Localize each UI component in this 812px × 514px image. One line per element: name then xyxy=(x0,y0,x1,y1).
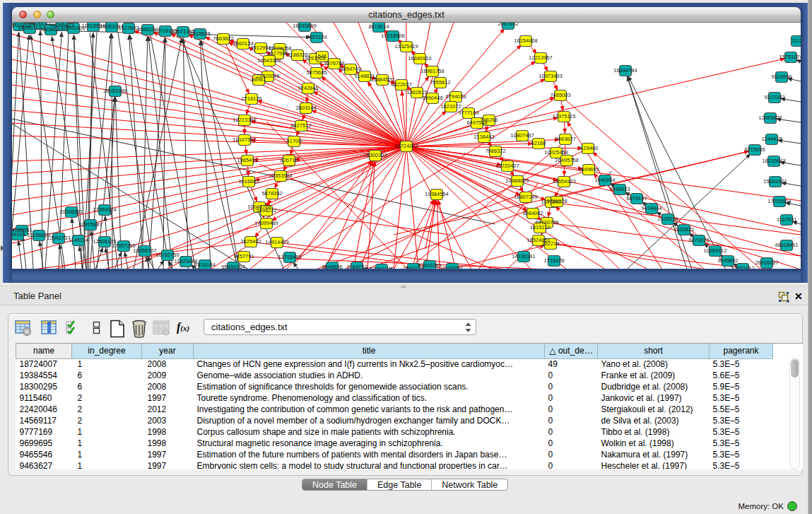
svg-text:2935114: 2935114 xyxy=(658,216,678,222)
svg-text:53767242: 53767242 xyxy=(370,266,393,269)
svg-text:826710: 826710 xyxy=(280,157,298,163)
svg-text:10543362: 10543362 xyxy=(257,57,281,64)
svg-text:8427512: 8427512 xyxy=(290,122,311,129)
svg-text:8990448: 8990448 xyxy=(422,95,442,101)
svg-text:17359924: 17359924 xyxy=(93,206,116,213)
svg-text:18724007: 18724007 xyxy=(394,143,418,149)
svg-text:9245652: 9245652 xyxy=(717,257,738,264)
svg-text:14099489: 14099489 xyxy=(254,220,278,226)
svg-text:2803144: 2803144 xyxy=(295,105,316,111)
svg-text:39193: 39193 xyxy=(12,231,25,238)
svg-text:1244415: 1244415 xyxy=(761,136,782,142)
svg-text:12093872: 12093872 xyxy=(758,115,782,121)
svg-text:17957255: 17957255 xyxy=(112,243,135,249)
svg-text:16640910: 16640910 xyxy=(408,55,431,62)
svg-text:7663822: 7663822 xyxy=(213,35,233,42)
svg-text:1815112: 1815112 xyxy=(530,224,551,230)
svg-text:5878352: 5878352 xyxy=(261,190,282,197)
svg-text:10807487: 10807487 xyxy=(510,132,534,139)
svg-text:9457791: 9457791 xyxy=(233,253,254,259)
svg-text:14136141: 14136141 xyxy=(512,253,535,259)
svg-text:16033809: 16033809 xyxy=(293,23,316,29)
svg-text:7816184: 7816184 xyxy=(194,262,215,268)
svg-text:12942737: 12942737 xyxy=(47,235,70,241)
svg-text:8454749: 8454749 xyxy=(340,66,360,72)
svg-text:9777169: 9777169 xyxy=(458,110,478,116)
svg-text:1916682: 1916682 xyxy=(238,178,259,185)
svg-text:7632621: 7632621 xyxy=(673,226,694,233)
svg-text:41700: 41700 xyxy=(287,138,302,144)
svg-text:2718126: 2718126 xyxy=(241,95,261,102)
svg-text:13325419: 13325419 xyxy=(394,43,418,49)
svg-text:7648350: 7648350 xyxy=(442,265,462,269)
svg-text:10958107: 10958107 xyxy=(133,247,156,254)
svg-text:746266: 746266 xyxy=(480,117,498,123)
svg-text:10025458: 10025458 xyxy=(544,149,567,156)
svg-text:7857224: 7857224 xyxy=(306,34,326,40)
svg-text:1167531: 1167531 xyxy=(777,216,797,223)
svg-text:20206551: 20206551 xyxy=(59,209,83,215)
svg-text:1112: 1112 xyxy=(792,37,801,44)
svg-text:1145114: 1145114 xyxy=(69,237,88,243)
svg-text:10688609: 10688609 xyxy=(505,177,529,184)
svg-text:95931034: 95931034 xyxy=(221,264,245,269)
svg-text:16154808: 16154808 xyxy=(514,37,537,44)
svg-text:16782759: 16782759 xyxy=(155,252,179,258)
svg-text:7485003: 7485003 xyxy=(550,92,570,98)
svg-text:9242848: 9242848 xyxy=(298,85,318,91)
svg-text:6794028: 6794028 xyxy=(445,93,466,100)
svg-text:2136443: 2136443 xyxy=(473,134,494,140)
svg-text:8322037: 8322037 xyxy=(391,81,411,88)
svg-text:9115460: 9115460 xyxy=(578,145,599,151)
svg-text:32871012: 32871012 xyxy=(731,265,754,269)
svg-text:19218506: 19218506 xyxy=(381,33,404,39)
svg-text:13716485: 13716485 xyxy=(278,254,301,260)
svg-text:12213967: 12213967 xyxy=(529,54,552,61)
svg-text:9227342: 9227342 xyxy=(764,94,784,100)
svg-text:5498222: 5498222 xyxy=(256,207,276,214)
svg-text:12353594: 12353594 xyxy=(269,173,292,179)
svg-text:9699695: 9699695 xyxy=(578,166,599,173)
svg-text:9474444: 9474444 xyxy=(641,205,661,211)
svg-text:1527602: 1527602 xyxy=(118,25,139,31)
svg-text:19654923: 19654923 xyxy=(552,178,575,185)
svg-text:15720407: 15720407 xyxy=(495,163,519,169)
svg-text:26916697: 26916697 xyxy=(755,259,778,266)
svg-text:98961: 98961 xyxy=(252,76,266,83)
svg-text:1621072: 1621072 xyxy=(440,103,461,110)
svg-text:9463627: 9463627 xyxy=(555,136,575,142)
svg-text:10975887: 10975887 xyxy=(78,221,102,228)
svg-text:9329996: 9329996 xyxy=(771,74,792,80)
svg-text:16107552: 16107552 xyxy=(233,136,256,143)
svg-text:1640954: 1640954 xyxy=(594,177,615,183)
svg-text:48018451: 48018451 xyxy=(775,242,798,248)
svg-text:16495758: 16495758 xyxy=(555,157,578,163)
svg-text:7986322: 7986322 xyxy=(485,148,505,154)
svg-text:9756928: 9756928 xyxy=(546,198,567,204)
svg-text:5875685: 5875685 xyxy=(306,69,326,76)
svg-text:7955812: 7955812 xyxy=(430,79,450,86)
svg-text:546: 546 xyxy=(318,53,327,59)
svg-text:8849696: 8849696 xyxy=(322,264,342,269)
svg-text:62160: 62160 xyxy=(531,140,546,146)
svg-text:7515526: 7515526 xyxy=(189,30,210,37)
svg-text:10973493: 10973493 xyxy=(539,73,562,79)
svg-text:9327503: 9327503 xyxy=(267,50,288,57)
svg-text:12975115: 12975115 xyxy=(553,113,576,119)
svg-text:8471676: 8471676 xyxy=(688,237,709,243)
svg-text:8215955: 8215955 xyxy=(744,146,765,153)
svg-text:6879197: 6879197 xyxy=(626,195,647,201)
svg-text:15751074: 15751074 xyxy=(779,54,801,60)
svg-text:10654112: 10654112 xyxy=(704,247,727,254)
svg-text:16210643: 16210643 xyxy=(762,158,785,164)
svg-text:16961758: 16961758 xyxy=(420,68,444,74)
svg-text:8938923: 8938923 xyxy=(609,186,630,192)
svg-text:252214: 252214 xyxy=(541,240,559,247)
svg-text:1733426: 1733426 xyxy=(543,257,564,264)
svg-text:7625402: 7625402 xyxy=(240,238,261,245)
svg-text:25300203: 25300203 xyxy=(363,152,387,158)
svg-text:19384554: 19384554 xyxy=(425,191,448,197)
svg-text:1965493: 1965493 xyxy=(237,157,257,163)
svg-text:2087652: 2087652 xyxy=(498,23,518,27)
svg-text:16848784: 16848784 xyxy=(613,67,637,74)
